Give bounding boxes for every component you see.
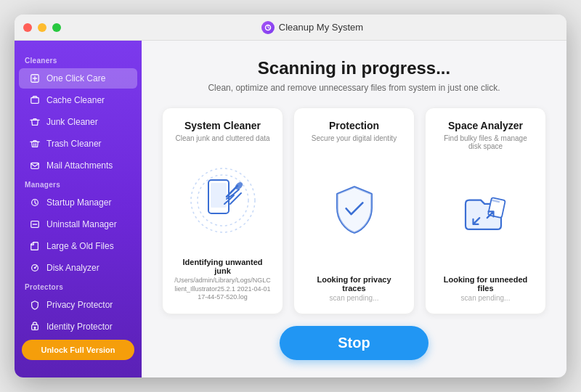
sidebar-item-large-old-files[interactable]: Large & Old Files [19, 236, 137, 256]
protection-title: Protection [329, 120, 379, 131]
space-analyzer-desc: Find bulky files & manage disk space [437, 134, 534, 150]
uninstall-manager-icon [29, 219, 41, 230]
svg-rect-2 [31, 98, 39, 104]
cache-cleaner-icon [29, 94, 41, 106]
sidebar-item-one-click-care[interactable]: One Click Care [19, 68, 137, 89]
page-subtitle: Clean, optimize and remove unnecessary f… [162, 83, 546, 93]
protection-illustration [306, 150, 402, 269]
protection-pending: scan pending... [330, 294, 379, 302]
stop-button[interactable]: Stop [280, 326, 428, 360]
sidebar-item-uninstall-manager[interactable]: Uninstall Manager [19, 214, 137, 234]
sidebar: Cleaners One Click Care Cache Cleaner Ju… [15, 41, 142, 377]
system-cleaner-illustration [174, 150, 271, 252]
system-cleaner-desc: Clean junk and cluttered data [175, 134, 269, 142]
system-cleaner-file: /Users/admin/Library/Logs/NGLClient_Illu… [174, 277, 271, 302]
system-cleaner-status: Identifying unwanted junk [174, 258, 271, 275]
protection-status: Looking for privacy traces [306, 275, 402, 293]
system-cleaner-title: System Cleaner [184, 120, 261, 131]
system-cleaner-card: System Cleaner Clean junk and cluttered … [162, 107, 283, 314]
svg-point-7 [34, 267, 36, 269]
sidebar-item-privacy-protector[interactable]: Privacy Protector [19, 295, 137, 315]
space-analyzer-card: Space Analyzer Find bulky files & manage… [425, 107, 546, 314]
space-analyzer-pending: scan pending... [461, 294, 511, 302]
sidebar-item-startup-manager[interactable]: Startup Manager [19, 192, 137, 213]
minimize-button[interactable] [38, 23, 46, 32]
sidebar-item-identity-protector[interactable]: Identity Protector [19, 317, 137, 337]
app-icon [261, 21, 275, 34]
sidebar-item-trash-cleaner[interactable]: Trash Cleaner [19, 134, 137, 154]
titlebar-title: Cleanup My System [67, 21, 558, 34]
space-analyzer-illustration [437, 158, 534, 269]
startup-manager-icon [29, 197, 41, 208]
protection-card: Protection Secure your digital identity … [293, 107, 415, 314]
main-content: Scanning in progress... Clean, optimize … [142, 41, 566, 377]
maximize-button[interactable] [52, 23, 61, 32]
scan-animation [187, 164, 259, 237]
mail-attachments-icon [29, 160, 41, 171]
titlebar: Cleanup My System [15, 15, 566, 41]
sidebar-item-junk-cleaner[interactable]: Junk Cleaner [19, 112, 137, 132]
unlock-full-version-button[interactable]: Unlock Full Version [22, 340, 134, 360]
sidebar-item-disk-analyzer[interactable]: Disk Analyzer [19, 258, 137, 278]
cards-row: System Cleaner Clean junk and cluttered … [162, 107, 546, 314]
svg-rect-3 [31, 163, 39, 169]
space-analyzer-status: Looking for unneeded files [437, 275, 534, 293]
managers-section-label: Managers [15, 176, 142, 192]
page-title: Scanning in progress... [162, 58, 546, 78]
close-button[interactable] [23, 23, 32, 32]
protection-desc: Secure your digital identity [312, 134, 397, 142]
sidebar-item-cache-cleaner[interactable]: Cache Cleaner [19, 90, 137, 110]
large-old-files-icon [29, 240, 41, 252]
space-analyzer-title: Space Analyzer [448, 120, 523, 131]
cleaners-section-label: Cleaners [15, 52, 142, 68]
trash-cleaner-icon [29, 138, 41, 150]
app-window: Cleanup My System Cleaners One Click Car… [15, 15, 566, 377]
junk-cleaner-icon [29, 116, 41, 128]
privacy-protector-icon [29, 299, 41, 311]
sidebar-item-mail-attachments[interactable]: Mail Attachments [19, 155, 137, 176]
identity-protector-icon [29, 321, 41, 332]
one-click-care-icon [29, 73, 41, 84]
content-area: Cleaners One Click Care Cache Cleaner Ju… [15, 41, 566, 377]
protectors-section-label: Protectors [15, 279, 142, 294]
disk-analyzer-icon [29, 262, 41, 274]
